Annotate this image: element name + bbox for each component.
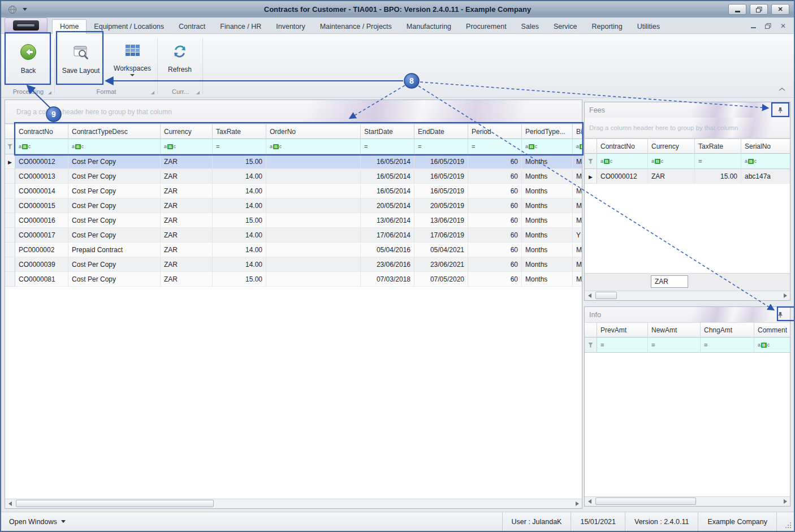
- grid-cell[interactable]: Cost Per Copy: [68, 257, 161, 272]
- grid-cell[interactable]: 60: [468, 213, 522, 228]
- scrollbar-thumb[interactable]: [595, 292, 617, 299]
- dialog-launcher-icon[interactable]: [151, 91, 154, 94]
- grid-cell[interactable]: Months: [522, 243, 573, 257]
- grid-cell[interactable]: 15.00: [213, 154, 266, 169]
- tab-home[interactable]: Home: [52, 19, 87, 34]
- grid-cell[interactable]: M: [573, 272, 582, 287]
- filter-cell[interactable]: aBc: [68, 139, 161, 154]
- grid-cell[interactable]: M: [573, 169, 582, 184]
- column-header[interactable]: Period: [468, 124, 522, 139]
- filter-cell[interactable]: aBc: [573, 139, 582, 154]
- tab-service[interactable]: Service: [546, 20, 585, 33]
- filter-cell[interactable]: aBc: [741, 154, 790, 169]
- filter-cell[interactable]: aBc: [754, 338, 790, 353]
- grid-cell[interactable]: Cost Per Copy: [68, 198, 161, 213]
- scrollbar-thumb[interactable]: [595, 498, 696, 505]
- scrollbar-track[interactable]: [594, 497, 780, 506]
- grid-cell[interactable]: 14.00: [213, 228, 266, 243]
- grid-cell[interactable]: Months: [522, 257, 573, 272]
- resize-grip[interactable]: [790, 527, 791, 528]
- grid-cell[interactable]: 60: [468, 257, 522, 272]
- grid-cell[interactable]: 23/06/2021: [414, 257, 468, 272]
- filter-cell[interactable]: aBc: [266, 139, 361, 154]
- column-header[interactable]: ChngAmt: [701, 322, 754, 338]
- grid-cell[interactable]: 15.00: [213, 272, 266, 287]
- grid-cell[interactable]: [266, 272, 361, 287]
- mdi-close-icon[interactable]: ✕: [780, 23, 786, 29]
- collapse-ribbon-icon[interactable]: [778, 84, 786, 94]
- column-header[interactable]: ContractNo: [15, 124, 68, 139]
- grid-cell[interactable]: CO0000016: [15, 213, 68, 228]
- table-row[interactable]: ▶CO0000012ZAR15.00abc147a: [585, 169, 790, 184]
- column-header[interactable]: Currency: [648, 139, 695, 154]
- grid-cell[interactable]: CO0000017: [15, 228, 68, 243]
- filter-cell[interactable]: aBc: [161, 139, 213, 154]
- refresh-button[interactable]: Refresh: [161, 37, 199, 86]
- column-header[interactable]: NewAmt: [648, 322, 701, 338]
- column-header[interactable]: TaxRate: [213, 124, 266, 139]
- back-button[interactable]: Back: [7, 37, 50, 86]
- grid-cell[interactable]: M: [573, 257, 582, 272]
- grid-cell[interactable]: 16/05/2014: [361, 169, 414, 184]
- column-header[interactable]: TaxRate: [695, 139, 741, 154]
- tab-sales[interactable]: Sales: [514, 20, 546, 33]
- grid-cell[interactable]: 07/03/2018: [361, 272, 414, 287]
- grid-cell[interactable]: 60: [468, 228, 522, 243]
- grid-cell[interactable]: Months: [522, 228, 573, 243]
- tab-contract[interactable]: Contract: [171, 20, 213, 33]
- column-header[interactable]: Comment: [754, 322, 790, 338]
- application-button[interactable]: [5, 18, 47, 33]
- grid-cell[interactable]: Months: [522, 154, 573, 169]
- grid-cell[interactable]: Cost Per Copy: [68, 272, 161, 287]
- filter-cell[interactable]: aBc: [597, 154, 648, 169]
- horizontal-scrollbar[interactable]: [585, 291, 790, 300]
- grid-cell[interactable]: M: [573, 243, 582, 257]
- info-pin-icon[interactable]: [775, 310, 785, 319]
- grid-cell[interactable]: Y: [573, 228, 582, 243]
- grid-cell[interactable]: 05/04/2016: [361, 243, 414, 257]
- column-header[interactable]: PeriodType...: [522, 124, 573, 139]
- column-header[interactable]: PrevAmt: [597, 322, 648, 338]
- grid-cell[interactable]: [266, 213, 361, 228]
- scrollbar-track[interactable]: [594, 291, 780, 300]
- grid-cell[interactable]: 60: [468, 184, 522, 198]
- tab-inventory[interactable]: Inventory: [269, 20, 312, 33]
- filter-cell[interactable]: aBc: [15, 139, 68, 154]
- filter-cell[interactable]: =: [468, 139, 522, 154]
- tab-manufacturing[interactable]: Manufacturing: [399, 20, 459, 33]
- grid-cell[interactable]: CO0000013: [15, 169, 68, 184]
- grid-cell[interactable]: Cost Per Copy: [68, 169, 161, 184]
- tab-procurement[interactable]: Procurement: [459, 20, 514, 33]
- column-header[interactable]: SerialNo: [741, 139, 790, 154]
- filter-cell[interactable]: =: [597, 338, 648, 353]
- minimize-button[interactable]: [728, 4, 746, 15]
- grid-cell[interactable]: Cost Per Copy: [68, 213, 161, 228]
- grid-cell[interactable]: ZAR: [161, 198, 213, 213]
- grid-cell[interactable]: ZAR: [648, 169, 695, 184]
- grid-cell[interactable]: 05/04/2021: [414, 243, 468, 257]
- table-row[interactable]: CO0000081Cost Per CopyZAR15.0007/03/2018…: [5, 272, 582, 287]
- scroll-left-icon[interactable]: [5, 499, 15, 508]
- grid-cell[interactable]: [266, 169, 361, 184]
- grid-cell[interactable]: 16/05/2019: [414, 184, 468, 198]
- grid-cell[interactable]: Months: [522, 213, 573, 228]
- grid-cell[interactable]: Cost Per Copy: [68, 154, 161, 169]
- scroll-left-icon[interactable]: [585, 291, 594, 300]
- grid-cell[interactable]: M: [573, 198, 582, 213]
- table-row[interactable]: CO0000016Cost Per CopyZAR15.0013/06/2014…: [5, 213, 582, 228]
- table-row[interactable]: PC0000002Prepaid ContractZAR14.0005/04/2…: [5, 243, 582, 257]
- filter-cell[interactable]: =: [701, 338, 754, 353]
- table-row[interactable]: CO0000014Cost Per CopyZAR14.0016/05/2014…: [5, 184, 582, 198]
- grid-cell[interactable]: 13/06/2019: [414, 213, 468, 228]
- quick-access-dropdown-icon[interactable]: [23, 8, 27, 11]
- column-header[interactable]: EndDate: [414, 124, 468, 139]
- grid-cell[interactable]: 60: [468, 169, 522, 184]
- grid-cell[interactable]: Months: [522, 184, 573, 198]
- grid-cell[interactable]: [266, 257, 361, 272]
- grid-cell[interactable]: [266, 198, 361, 213]
- filter-cell[interactable]: =: [361, 139, 414, 154]
- grid-cell[interactable]: 16/05/2014: [361, 154, 414, 169]
- group-by-panel[interactable]: Drag a column header here to group by th…: [5, 100, 582, 124]
- grid-cell[interactable]: CO0000012: [15, 154, 68, 169]
- grid-cell[interactable]: Cost Per Copy: [68, 228, 161, 243]
